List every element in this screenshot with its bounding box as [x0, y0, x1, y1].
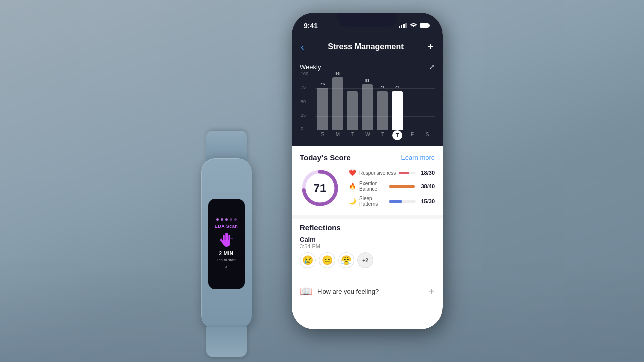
- nav-plus-button[interactable]: +: [427, 40, 434, 53]
- hand-icon: [217, 231, 235, 249]
- chart-bar-w: [362, 84, 373, 130]
- chart-bars: 76 96 83: [315, 75, 435, 130]
- responsiveness-bar: [399, 172, 416, 174]
- sleep-label: Sleep Patterns: [359, 196, 386, 207]
- reflection-state: Calm: [300, 236, 435, 243]
- emoji-2: 😐: [319, 252, 335, 268]
- reflections-title: Reflections: [300, 223, 435, 232]
- device-dot-3: [225, 218, 228, 221]
- device-min-label: 2 MIN: [219, 251, 233, 256]
- chart-bar-s1: [317, 88, 328, 130]
- status-icons: [399, 23, 431, 29]
- learn-more-button[interactable]: Learn more: [401, 154, 435, 161]
- chart-day-w: W: [362, 130, 373, 138]
- exertion-fill: [389, 185, 415, 188]
- responsiveness-icon: ❤️: [348, 169, 356, 176]
- device-dot-4: [230, 218, 232, 221]
- score-circle: 71: [300, 168, 340, 208]
- phone-notch: [337, 13, 397, 27]
- metric-responsiveness: ❤️ Responsiveness 18/30: [348, 169, 435, 176]
- chart-bar-sun: 76: [317, 82, 328, 130]
- reflections-section: Reflections Calm 3:54 PM 😢 😐 😤 +2: [292, 215, 443, 279]
- chart-days: S M T W T T F S: [315, 130, 435, 140]
- svg-rect-1: [401, 25, 403, 28]
- responsiveness-label: Responsiveness: [359, 170, 396, 176]
- chart-day-m: M: [332, 130, 343, 138]
- chart-bar-mon: 96: [332, 71, 343, 130]
- device-dot-1: [216, 218, 219, 221]
- chart-bar-t1: [347, 91, 358, 130]
- emoji-3: 😤: [338, 252, 354, 268]
- feeling-plus-button[interactable]: +: [429, 286, 435, 297]
- score-content: 71 ❤️ Responsiveness 18/30: [300, 168, 435, 208]
- chart-bar-thu-active: 71: [392, 85, 403, 130]
- svg-rect-4: [420, 23, 429, 28]
- wifi-icon: [410, 23, 417, 29]
- chart-day-s2: S: [422, 130, 433, 138]
- svg-rect-5: [429, 24, 430, 26]
- score-number: 71: [314, 182, 326, 195]
- score-section: Today's Score Learn more 71 ❤️: [292, 146, 443, 215]
- phone-body: 9:41 ‹ Stress Management +: [292, 13, 443, 329]
- chart-day-t2: T: [377, 130, 388, 138]
- chart-container: 100 75 50 25 0 76 96: [300, 75, 435, 140]
- score-title: Today's Score: [300, 153, 351, 162]
- eda-scan-label: EDA Scan: [215, 224, 238, 229]
- nav-title: Stress Management: [328, 42, 404, 51]
- feeling-text: How are you feeling?: [317, 288, 424, 295]
- sleep-bar: [389, 200, 416, 203]
- svg-rect-3: [405, 23, 407, 28]
- responsiveness-fill: [399, 172, 409, 174]
- chart-bar-wed: 83: [362, 78, 373, 130]
- signal-icon: [399, 23, 407, 29]
- chart-day-t1: T: [347, 130, 358, 138]
- sleep-icon: 🌙: [348, 198, 356, 205]
- nav-bar: ‹ Stress Management +: [292, 35, 443, 59]
- sleep-fill: [389, 200, 403, 203]
- battery-icon: [420, 23, 431, 29]
- device-screen: EDA Scan 2 MIN Tap to start ∧: [208, 199, 245, 289]
- chart-bar-tue: [347, 89, 358, 130]
- exertion-bar: [389, 185, 416, 188]
- nav-back-button[interactable]: ‹: [301, 41, 304, 53]
- emoji-more: +2: [357, 252, 373, 268]
- chart-bar-t2: [377, 91, 388, 130]
- svg-rect-2: [403, 24, 405, 28]
- sleep-score: 15/30: [421, 198, 435, 204]
- device-dot-5: [234, 218, 237, 221]
- status-time: 9:41: [304, 22, 318, 30]
- exertion-score: 38/40: [421, 183, 435, 189]
- scene: EDA Scan 2 MIN Tap to start ∧ 9:41: [201, 13, 443, 349]
- device-dots: [216, 218, 237, 221]
- device-band-bottom: [206, 327, 247, 357]
- phone-screen: 9:41 ‹ Stress Management +: [292, 13, 443, 329]
- metric-sleep: 🌙 Sleep Patterns 15/30: [348, 196, 435, 207]
- metric-exertion: 🔥 Exertion Balance 38/40: [348, 180, 435, 192]
- chart-day-f: F: [407, 130, 418, 138]
- exertion-label: Exertion Balance: [359, 180, 386, 192]
- device-tap-label: Tap to start: [217, 258, 236, 262]
- reflection-item: Calm 3:54 PM 😢 😐 😤 +2: [300, 236, 435, 268]
- device-dot-2: [221, 218, 223, 221]
- chart-expand-button[interactable]: ⤢: [429, 63, 435, 71]
- exertion-icon: 🔥: [348, 183, 356, 190]
- responsiveness-score: 18/30: [421, 170, 435, 176]
- chart-section: Weekly ⤢ 100 75 50 25 0 76: [292, 59, 443, 146]
- feeling-section[interactable]: 📖 How are you feeling? +: [292, 279, 443, 303]
- chart-bar-m: [332, 77, 343, 130]
- chart-weekly-label: Weekly: [300, 63, 321, 71]
- svg-rect-0: [399, 26, 400, 28]
- device-body: EDA Scan 2 MIN Tap to start ∧: [201, 158, 252, 329]
- chart-header: Weekly ⤢: [300, 63, 435, 71]
- chart-bar-t3: [392, 91, 403, 130]
- device-band-top: [206, 131, 247, 161]
- feeling-icon: 📖: [300, 285, 312, 297]
- emoji-1: 😢: [300, 252, 316, 268]
- chart-bar-thu1: 71: [377, 85, 388, 130]
- score-metrics: ❤️ Responsiveness 18/30 🔥 Exertion Balan…: [348, 169, 435, 207]
- device-chevron-icon: ∧: [225, 265, 228, 269]
- reflection-time: 3:54 PM: [300, 243, 435, 249]
- chart-day-s1: S: [317, 130, 328, 138]
- reflection-emojis: 😢 😐 😤 +2: [300, 252, 435, 268]
- chart-day-t3: T: [392, 130, 403, 140]
